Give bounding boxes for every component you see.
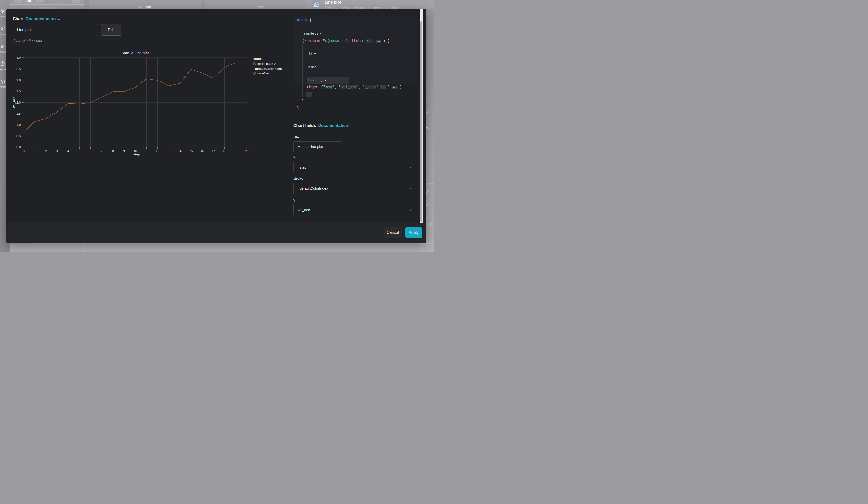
svg-text:13: 13 [167,149,170,153]
svg-text:_defaultColorIndex: _defaultColorIndex [253,67,282,71]
svg-text:2: 2 [45,149,47,153]
svg-text:0: 0 [23,149,24,153]
svg-text:19: 19 [234,149,238,153]
svg-text:11: 11 [145,149,148,153]
svg-text:4.0: 4.0 [17,56,21,60]
svg-text:17: 17 [212,149,215,153]
svg-text:val_acc: val_acc [12,97,16,108]
svg-text:20: 20 [245,149,249,153]
svg-text:4: 4 [68,149,69,153]
svg-text:8: 8 [112,149,114,153]
svg-text:3.0: 3.0 [17,78,21,82]
svg-text:6: 6 [90,149,92,153]
svg-text:0.0: 0.0 [17,146,21,149]
svg-text:16: 16 [200,149,204,153]
svg-text:1.0: 1.0 [17,123,21,127]
svg-text:1.5: 1.5 [17,112,21,115]
svg-text:15: 15 [189,149,193,153]
svg-text:9: 9 [123,149,125,153]
svg-text:18: 18 [223,149,226,153]
svg-text:7: 7 [101,149,103,153]
svg-text:0.5: 0.5 [17,134,21,138]
svg-text:3: 3 [56,149,58,153]
svg-text:2.5: 2.5 [17,90,21,93]
svg-text:10: 10 [134,149,137,153]
svg-text:name: name [253,57,261,61]
svg-text:12: 12 [156,149,159,153]
svg-text:genial-blaze-22: genial-blaze-22 [257,62,277,65]
svg-text:1: 1 [34,149,36,153]
svg-text:Manual line plot: Manual line plot [122,51,149,55]
svg-text:_step: _step [131,153,140,156]
svg-text:3.5: 3.5 [17,67,21,71]
svg-text:undefined: undefined [257,72,270,75]
svg-text:14: 14 [178,149,182,153]
svg-text:2.0: 2.0 [17,101,21,104]
svg-text:5: 5 [79,149,80,153]
